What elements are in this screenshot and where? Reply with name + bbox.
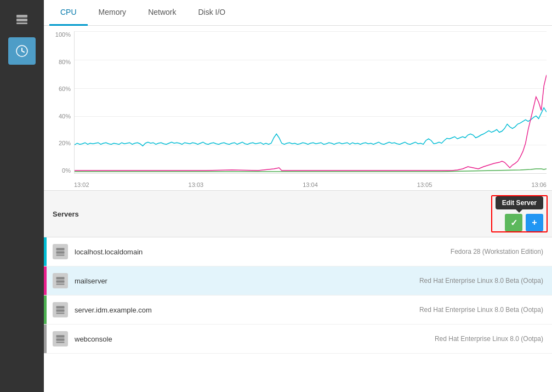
svg-rect-7: [56, 277, 65, 280]
check-button[interactable]: ✓: [505, 214, 522, 231]
tab-cpu[interactable]: CPU: [49, 0, 88, 26]
server-icon-localhost: [53, 244, 68, 259]
svg-rect-12: [56, 313, 65, 314]
servers-section: Servers Edit Server ✓ +: [44, 190, 552, 392]
server-row-idm[interactable]: server.idm.example.com Red Hat Enterpris…: [44, 296, 552, 325]
chart-inner: [74, 31, 547, 174]
server-os-mail: Red Hat Enterprise Linux 8.0 Beta (Ootpa…: [419, 277, 543, 285]
server-icon-webconsole: [53, 331, 68, 346]
sidebar-icon-dashboard[interactable]: [8, 37, 36, 65]
server-color-bar-mail: [44, 266, 47, 295]
server-icon-mail: [53, 273, 68, 288]
svg-rect-15: [56, 342, 65, 343]
svg-rect-10: [56, 306, 65, 309]
x-label-1303: 13:03: [189, 181, 204, 188]
svg-rect-2: [16, 22, 27, 24]
main-panel: CPU Memory Network Disk I/O 100% 80% 60%…: [44, 0, 552, 392]
server-row-mailserver[interactable]: mailserver Red Hat Enterprise Linux 8.0 …: [44, 266, 552, 296]
add-button[interactable]: +: [526, 214, 543, 231]
y-label-20: 20%: [59, 140, 71, 146]
server-color-bar-webconsole: [44, 325, 47, 353]
svg-rect-8: [56, 280, 65, 283]
y-label-40: 40%: [59, 113, 71, 120]
chart-container: 100% 80% 60% 40% 20% 0%: [49, 31, 547, 179]
svg-rect-4: [56, 248, 65, 251]
svg-rect-5: [56, 251, 65, 254]
server-name-localhost: localhost.localdomain: [75, 248, 451, 256]
y-label-100: 100%: [55, 31, 71, 38]
svg-rect-6: [56, 254, 65, 255]
svg-rect-11: [56, 309, 65, 312]
server-icon-idm: [53, 302, 68, 317]
svg-rect-1: [16, 19, 27, 21]
y-label-80: 80%: [59, 59, 71, 65]
server-os-webconsole: Red Hat Enterprise Linux 8.0 (Ootpa): [435, 335, 543, 343]
svg-rect-0: [16, 15, 27, 18]
server-os-idm: Red Hat Enterprise Linux 8.0 Beta (Ootpa…: [419, 306, 543, 314]
y-label-60: 60%: [59, 86, 71, 92]
x-axis: 13:02 13:03 13:04 13:05 13:06: [49, 179, 547, 188]
servers-actions: Edit Server ✓ +: [496, 196, 543, 231]
x-label-1302: 13:02: [74, 181, 89, 188]
server-name-idm: server.idm.example.com: [75, 306, 419, 314]
svg-rect-13: [56, 335, 65, 338]
chart-area: 100% 80% 60% 40% 20% 0%: [44, 26, 552, 190]
tab-network[interactable]: Network: [137, 0, 187, 26]
y-axis: 100% 80% 60% 40% 20% 0%: [49, 31, 74, 174]
server-color-bar-idm: [44, 296, 47, 324]
y-label-0: 0%: [62, 167, 71, 174]
x-label-1305: 13:05: [417, 181, 433, 188]
server-color-bar-localhost: [44, 237, 47, 266]
servers-header: Servers Edit Server ✓ +: [44, 191, 552, 237]
tooltip-text: Edit Server: [502, 199, 537, 207]
server-row-webconsole[interactable]: webconsole Red Hat Enterprise Linux 8.0 …: [44, 325, 552, 354]
svg-rect-14: [56, 338, 65, 341]
tab-bar: CPU Memory Network Disk I/O: [44, 0, 552, 26]
server-os-localhost: Fedora 28 (Workstation Edition): [451, 248, 543, 255]
x-label-1304: 13:04: [303, 181, 318, 188]
tab-disk-io[interactable]: Disk I/O: [187, 0, 236, 26]
x-label-1306: 13:06: [531, 181, 547, 188]
server-name-webconsole: webconsole: [75, 335, 435, 343]
server-row-localhost[interactable]: localhost.localdomain Fedora 28 (Worksta…: [44, 237, 552, 266]
sidebar: [0, 0, 44, 392]
svg-rect-9: [56, 283, 65, 285]
sidebar-icon-server[interactable]: [8, 5, 36, 33]
servers-label: Servers: [53, 210, 79, 218]
tab-memory[interactable]: Memory: [88, 0, 138, 26]
chart-svg: [75, 31, 547, 173]
server-name-mail: mailserver: [75, 277, 419, 285]
